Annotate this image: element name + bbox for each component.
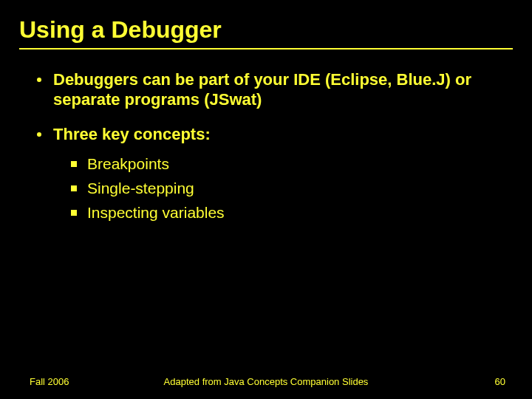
bullet-square-icon — [71, 161, 77, 167]
bullet-item: Three key concepts: — [25, 125, 507, 145]
slide: Using a Debugger Debuggers can be part o… — [0, 0, 532, 399]
bullet-item: Debuggers can be part of your IDE (Eclip… — [25, 70, 507, 110]
bullet-dot-icon — [37, 132, 41, 137]
bullet-square-icon — [71, 210, 77, 216]
sub-bullet-list: Breakpoints Single-stepping Inspecting v… — [25, 154, 507, 223]
sub-bullet-text: Breakpoints — [87, 154, 507, 174]
sub-bullet-item: Inspecting variables — [25, 203, 507, 223]
sub-bullet-item: Breakpoints — [25, 154, 507, 174]
bullet-text: Debuggers can be part of your IDE (Eclip… — [53, 70, 507, 110]
bullet-dot-icon — [37, 78, 41, 82]
footer-left: Fall 2006 — [30, 376, 69, 387]
bullet-text: Three key concepts: — [53, 125, 507, 145]
footer-center: Adapted from Java Concepts Companion Sli… — [0, 376, 532, 387]
slide-body: Debuggers can be part of your IDE (Eclip… — [19, 50, 513, 223]
footer-page-number: 60 — [495, 376, 505, 387]
slide-footer: Fall 2006 Adapted from Java Concepts Com… — [0, 376, 532, 387]
sub-bullet-text: Inspecting variables — [87, 203, 507, 223]
slide-title: Using a Debugger — [19, 16, 513, 47]
sub-bullet-text: Single-stepping — [87, 179, 507, 199]
bullet-square-icon — [71, 185, 77, 191]
sub-bullet-item: Single-stepping — [25, 179, 507, 199]
